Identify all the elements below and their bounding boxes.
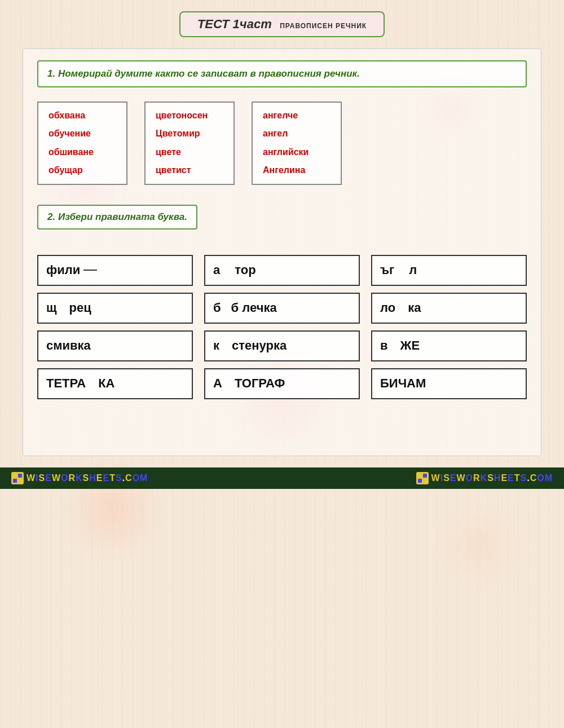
- fill-box-8[interactable]: к стенурка: [204, 330, 360, 361]
- word-item: Цветомир: [156, 127, 223, 140]
- section1-instruction-box: 1. Номерирай думите както се записват в …: [37, 60, 527, 87]
- word-columns: обхвана обучение обшиване обущар цветоно…: [37, 102, 527, 185]
- fill-box-7[interactable]: смивка: [37, 330, 193, 361]
- svg-rect-5: [423, 474, 427, 478]
- footer-logo-left: WISEWORKSHEETS.COM: [11, 472, 148, 484]
- fill-box-3[interactable]: ъг л: [371, 255, 527, 286]
- fill-box-1[interactable]: фили: [37, 255, 193, 286]
- svg-rect-1: [18, 474, 22, 478]
- footer-text-left: WISEWORKSHEETS.COM: [27, 473, 148, 483]
- main-area: 1. Номерирай думите както се записват в …: [23, 48, 541, 456]
- footer-text-right: WISEWORKSHEETS.COM: [431, 473, 553, 483]
- fill-box-4[interactable]: щ рец: [37, 293, 193, 324]
- svg-rect-2: [13, 479, 17, 483]
- word-item: английски: [263, 146, 331, 158]
- title-main: ТЕСТ 1част: [197, 17, 272, 31]
- fill-text: ка: [408, 301, 421, 315]
- fill-box-10[interactable]: ТЕТРА КА: [37, 368, 193, 399]
- word-box-3: ангелче ангел английски Ангелина: [252, 102, 342, 185]
- svg-rect-7: [423, 479, 427, 483]
- footer-icon-right: [416, 472, 429, 484]
- fill-text: рец: [69, 301, 91, 315]
- svg-rect-0: [13, 474, 17, 478]
- footer-icon-left: [11, 472, 24, 484]
- word-item: обшиване: [49, 146, 116, 158]
- fill-text: б лечка: [231, 301, 277, 315]
- svg-rect-3: [18, 479, 22, 483]
- fill-text: КА: [98, 376, 114, 391]
- word-item: обущар: [49, 164, 116, 177]
- fill-text: ЖЕ: [400, 338, 420, 353]
- word-item: обучение: [49, 127, 116, 140]
- fill-text: стенурка: [232, 338, 287, 353]
- word-box-1: обхвана обучение обшиване обущар: [37, 102, 127, 185]
- footer: WISEWORKSHEETS.COM WISEWORKSHEETS.COM: [0, 467, 564, 489]
- fill-box-12[interactable]: БИЧАМ: [371, 368, 527, 399]
- fill-box-5[interactable]: б б лечка: [204, 293, 360, 324]
- word-item: ангел: [263, 127, 331, 140]
- fill-text: фили: [46, 263, 80, 277]
- fill-text: тор: [235, 263, 255, 277]
- word-box-2: цветоносен Цветомир цвете цветист: [144, 102, 235, 185]
- word-item: обхвана: [49, 109, 116, 122]
- fill-text: БИЧАМ: [380, 376, 426, 391]
- fill-text: ТЕТРА: [46, 376, 86, 391]
- fill-text: л: [409, 263, 417, 277]
- word-item: ангелче: [263, 109, 331, 122]
- footer-logo-right: WISEWORKSHEETS.COM: [416, 472, 553, 484]
- word-item: цвете: [156, 146, 223, 158]
- fill-grid: фили а тор ъг л щ рец б б л: [37, 255, 527, 399]
- word-item: цветоносен: [156, 109, 223, 122]
- fill-box-6[interactable]: ло ка: [371, 293, 527, 324]
- word-item: цветист: [156, 164, 223, 177]
- svg-rect-4: [418, 474, 422, 478]
- fill-text: в: [380, 338, 388, 353]
- svg-rect-6: [418, 479, 422, 483]
- fill-box-2[interactable]: а тор: [204, 255, 360, 286]
- section1-instruction-text: 1. Номерирай думите както се записват в …: [47, 68, 360, 79]
- fill-text: ло: [380, 301, 395, 315]
- blank-1: [83, 270, 97, 271]
- title-box: ТЕСТ 1част ПРАВОПИСЕН РЕЧНИК: [179, 11, 385, 37]
- fill-text: ТОГРАФ: [235, 376, 285, 391]
- fill-text: а: [213, 263, 220, 277]
- fill-text: ъг: [380, 263, 394, 277]
- fill-text: б: [213, 301, 221, 315]
- fill-text: щ: [46, 301, 57, 315]
- fill-text: к: [213, 338, 219, 353]
- fill-text: смивка: [46, 338, 91, 353]
- section2-instruction-box: 2. Избери правилната буква.: [37, 205, 197, 230]
- fill-box-9[interactable]: в ЖЕ: [371, 330, 527, 361]
- section2-instruction-text: 2. Избери правилната буква.: [47, 211, 187, 222]
- fill-box-11[interactable]: А ТОГРАФ: [204, 368, 360, 399]
- title-sub: ПРАВОПИСЕН РЕЧНИК: [280, 22, 367, 30]
- word-item: Ангелина: [263, 164, 331, 177]
- fill-text: А: [213, 376, 222, 391]
- title-container: ТЕСТ 1част ПРАВОПИСЕН РЕЧНИК: [23, 11, 541, 37]
